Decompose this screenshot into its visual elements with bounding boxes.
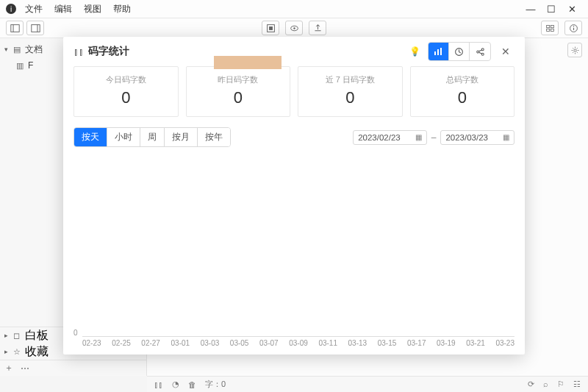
chart-x-tick: 03-13 — [348, 339, 368, 347]
svg-point-15 — [573, 49, 576, 51]
whiteboard-icon: ◻ — [13, 331, 25, 341]
svg-rect-18 — [440, 48, 442, 55]
status-sync-icon[interactable]: ⟳ — [528, 379, 534, 389]
date-from-value: 2023/02/23 — [358, 133, 401, 142]
chart-x-tick: 03-19 — [437, 339, 456, 347]
stat-card-yesterday: 昨日码字数 0 — [186, 66, 291, 117]
chart-x-tick: 02-25 — [112, 339, 131, 347]
toolbar-export-button[interactable] — [309, 21, 326, 35]
stats-modal: ⫿⫿ 码字统计 💡 ✕ 今日码字数 0 昨日码字数 0 近 7 日码字数 0 总… — [63, 37, 525, 354]
modal-view-history-button[interactable] — [449, 43, 470, 60]
chevron-down-icon: ▾ — [4, 46, 13, 53]
segment-year-button[interactable]: 按年 — [198, 128, 230, 146]
sidebar-item-label: 文档 — [25, 43, 43, 56]
toolbar-focus-button[interactable] — [262, 21, 279, 35]
stat-value: 0 — [187, 88, 290, 107]
window-close-button[interactable]: ✕ — [562, 0, 582, 18]
svg-point-22 — [481, 53, 484, 55]
svg-rect-8 — [546, 25, 549, 27]
chart-x-tick: 03-07 — [259, 339, 279, 347]
modal-header: ⫿⫿ 码字统计 💡 ✕ — [63, 37, 525, 66]
calendar-icon: ▦ — [415, 133, 422, 141]
app-icon: i — [6, 4, 16, 14]
svg-rect-17 — [437, 49, 439, 55]
svg-line-23 — [478, 49, 481, 51]
date-from-input[interactable]: 2023/02/23 ▦ — [353, 130, 427, 145]
editor-settings-button[interactable] — [567, 43, 582, 57]
menu-help[interactable]: 帮助 — [113, 3, 131, 15]
status-stats-icon[interactable]: ⫿⫿ — [154, 380, 163, 389]
svg-rect-16 — [434, 51, 436, 55]
svg-rect-9 — [551, 25, 553, 27]
svg-point-20 — [476, 51, 478, 53]
chart-x-tick: 03-15 — [378, 339, 397, 347]
segment-week-button[interactable]: 周 — [140, 128, 165, 146]
chart-x-tick: 02-23 — [82, 339, 101, 347]
menubar: i 文件 编辑 视图 帮助 — ☐ ✕ — [0, 0, 588, 18]
status-clock-icon[interactable]: ◔ — [172, 379, 179, 389]
sidebar-file-label: F — [28, 60, 33, 71]
calendar-icon: ▦ — [503, 133, 509, 141]
chart-x-tick: 03-17 — [407, 339, 426, 347]
modal-title: 码字统计 — [88, 45, 129, 58]
stat-label: 今日码字数 — [74, 74, 178, 85]
folder-icon: ▤ — [13, 45, 25, 54]
toolbar-panel-right-button[interactable] — [26, 21, 44, 35]
status-trash-icon[interactable]: 🗑 — [188, 380, 196, 389]
stat-card-total: 总码字数 0 — [410, 66, 515, 117]
date-separator: – — [431, 132, 437, 143]
window-maximize-button[interactable]: ☐ — [541, 0, 562, 18]
segment-hour-button[interactable]: 小时 — [107, 128, 140, 146]
chart-x-labels: 02-2302-2502-2703-0103-0303-0503-0703-09… — [82, 339, 514, 347]
stats-chart: 0 02-2302-2502-2703-0103-0303-0503-0703-… — [74, 153, 514, 347]
chart-x-tick: 03-03 — [201, 339, 220, 347]
toolbar-info-button[interactable] — [564, 21, 582, 35]
date-to-input[interactable]: 2023/03/23 ▦ — [440, 130, 514, 145]
status-bookmark-icon[interactable]: ⚐ — [557, 379, 564, 389]
menu-file[interactable]: 文件 — [25, 3, 43, 15]
svg-rect-2 — [31, 24, 39, 32]
chart-x-tick: 02-27 — [141, 339, 160, 347]
toolbar-preview-button[interactable] — [285, 21, 303, 35]
menu-view[interactable]: 视图 — [84, 3, 101, 15]
statusbar: ⫿⫿ ◔ 🗑 字：0 ⟳ ⌕ ⚐ ☷ — [147, 376, 588, 392]
modal-share-button[interactable] — [470, 43, 490, 60]
segment-day-button[interactable]: 按天 — [74, 128, 107, 146]
svg-point-21 — [481, 48, 484, 50]
stat-label: 昨日码字数 — [187, 74, 290, 85]
stat-value: 0 — [411, 88, 514, 107]
status-word-count: 字：0 — [205, 379, 226, 390]
chart-x-tick: 03-09 — [289, 339, 308, 347]
add-button[interactable]: ＋ — [4, 362, 13, 374]
menu-edit[interactable]: 编辑 — [54, 3, 72, 15]
chart-x-tick: 03-11 — [318, 339, 337, 347]
more-button[interactable]: ⋯ — [21, 363, 29, 374]
toolbar-panel-left-button[interactable] — [6, 21, 24, 35]
svg-point-14 — [573, 25, 573, 26]
stat-label: 近 7 日码字数 — [298, 74, 402, 85]
status-search-icon[interactable]: ⌕ — [543, 379, 548, 389]
modal-view-toggle — [428, 42, 491, 61]
toolbar — [0, 18, 588, 38]
stat-value: 0 — [74, 88, 178, 107]
chart-x-axis — [82, 336, 514, 337]
tip-button[interactable]: 💡 — [406, 43, 423, 60]
star-icon: ☆ — [13, 347, 25, 357]
svg-rect-10 — [546, 29, 549, 31]
chart-x-tick: 03-21 — [466, 339, 485, 347]
sidebar-item-label: 收藏 — [25, 344, 49, 360]
stat-card-today: 今日码字数 0 — [74, 66, 179, 117]
file-icon: ▥ — [16, 61, 28, 71]
toolbar-grid-button[interactable] — [541, 21, 559, 35]
status-outline-icon[interactable]: ☷ — [573, 379, 581, 389]
stat-label: 总码字数 — [411, 74, 514, 85]
window-minimize-button[interactable]: — — [520, 0, 541, 18]
svg-rect-5 — [269, 26, 273, 30]
stats-icon: ⫿⫿ — [74, 46, 84, 57]
stat-card-7days: 近 7 日码字数 0 — [298, 66, 403, 117]
stat-value: 0 — [298, 88, 402, 107]
modal-close-button[interactable]: ✕ — [497, 43, 514, 60]
chart-y-tick: 0 — [74, 329, 78, 337]
modal-view-chart-button[interactable] — [429, 43, 449, 60]
segment-month-button[interactable]: 按月 — [165, 128, 198, 146]
